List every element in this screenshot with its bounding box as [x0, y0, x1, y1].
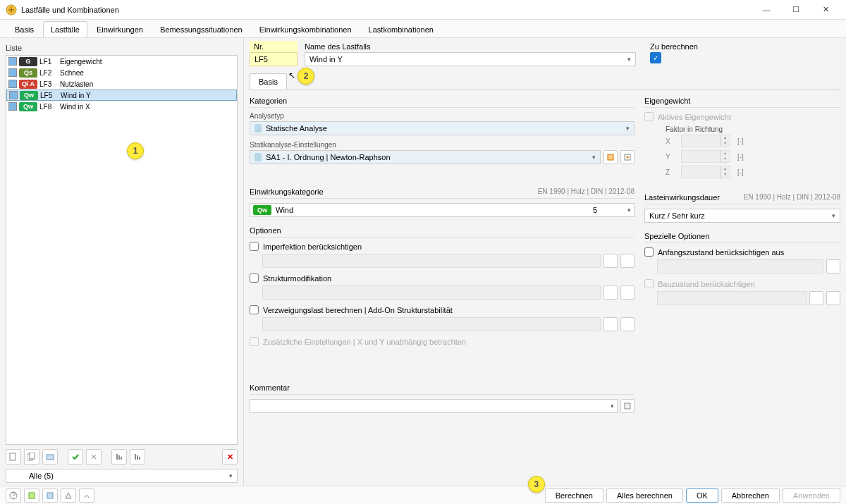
- eigengewicht-section: Eigengewicht Aktives Eigengewicht Faktor…: [644, 94, 840, 178]
- delete-button[interactable]: ✕: [222, 449, 238, 465]
- tab-bemessung[interactable]: Bemessungssituationen: [152, 21, 250, 37]
- verzweigung-btn1[interactable]: [603, 317, 618, 331]
- imperfektion-input: [262, 254, 601, 268]
- tab-lastfaelle[interactable]: Lastfälle: [43, 21, 87, 37]
- verzweigung-label: Verzweigungslast berechnen | Add-On Stru…: [263, 306, 453, 314]
- anwenden-button[interactable]: Anwenden: [783, 488, 840, 503]
- abbrechen-button[interactable]: Abbrechen: [721, 488, 780, 503]
- anfang-input: [657, 259, 823, 273]
- close-button[interactable]: ✕: [811, 0, 840, 20]
- einwirkung-section: Einwirkungskategorie EN 1990 | Holz | DI…: [250, 185, 634, 217]
- chevron-down-icon: ▾: [611, 402, 614, 410]
- minimize-button[interactable]: —: [752, 0, 781, 20]
- tool-cross[interactable]: [86, 449, 102, 465]
- main-tabs: Basis Lastfälle Einwirkungen Bemessungss…: [0, 20, 846, 38]
- marker-3: 3: [528, 476, 545, 493]
- alles-berechnen-button[interactable]: Alles berechnen: [606, 488, 683, 503]
- statik-edit-button[interactable]: [603, 150, 618, 164]
- svg-rect-1: [10, 453, 16, 460]
- kommentar-button[interactable]: [620, 399, 634, 413]
- tool-sort2[interactable]: [130, 449, 145, 465]
- list-item-checkbox[interactable]: [8, 102, 17, 111]
- list-item[interactable]: QwLF8Wind in X: [6, 101, 237, 112]
- filter-select[interactable]: Alle (5) ▾: [6, 469, 238, 483]
- list-item-checkbox[interactable]: [8, 80, 17, 88]
- footer-icon-2[interactable]: [24, 488, 39, 503]
- svg-rect-5: [608, 154, 613, 160]
- verzweigung-checkbox[interactable]: [250, 305, 259, 314]
- imperfektion-checkbox[interactable]: [250, 242, 259, 251]
- einwirkung-select[interactable]: Qw Wind 5 ▾: [250, 203, 634, 217]
- imperfektion-btn2[interactable]: [620, 254, 634, 268]
- qw-badge: Qw: [253, 205, 271, 215]
- nr-input[interactable]: LF5: [250, 52, 298, 66]
- analysetyp-select[interactable]: Statische Analyse ▾: [250, 121, 634, 135]
- tool-sort1[interactable]: [111, 449, 127, 465]
- list-item[interactable]: Qi ALF3Nutzlasten: [6, 78, 237, 90]
- name-select[interactable]: Wind in Y ▾: [305, 52, 636, 66]
- calc-checkbox[interactable]: ✓: [650, 52, 661, 63]
- list-item-id: LF3: [39, 80, 58, 88]
- maximize-button[interactable]: ☐: [781, 0, 811, 20]
- cursor-icon: ↖: [288, 70, 295, 80]
- filter-value: Alle (5): [11, 472, 54, 480]
- imperfektion-label: Imperfektion berücksichtigen: [263, 242, 362, 251]
- faktor-label: Faktor in Richtung: [644, 125, 840, 133]
- ok-button[interactable]: OK: [686, 488, 718, 503]
- footer-icon-3[interactable]: [42, 488, 58, 503]
- statik-select[interactable]: SA1 - I. Ordnung | Newton-Raphson ▾: [250, 150, 601, 164]
- new-button[interactable]: [6, 449, 21, 465]
- list-item-name: Wind in X: [60, 103, 90, 111]
- footer-help-button[interactable]: ?: [6, 488, 21, 503]
- anfang-label: Anfangszustand berücksichtigen aus: [658, 248, 784, 257]
- eigengewicht-title: Eigengewicht: [644, 97, 690, 105]
- list-item-name: Schnee: [60, 69, 84, 77]
- statik-new-button[interactable]: [620, 150, 634, 164]
- berechnen-button[interactable]: Berechnen: [545, 488, 603, 503]
- svg-rect-3: [30, 453, 35, 459]
- eigengewicht-label: Aktives Eigengewicht: [658, 113, 731, 121]
- list-item-checkbox[interactable]: [8, 57, 17, 66]
- faktor-z-input: ▴▾: [681, 166, 730, 178]
- loadcase-list[interactable]: GLF1EigengewichtQsLF2SchneeQi ALF3Nutzla…: [6, 55, 238, 445]
- footer-icon-4[interactable]: [61, 488, 76, 503]
- lasteinwirkung-select[interactable]: Kurz / Sehr kurz ▾: [644, 209, 840, 223]
- struktur-checkbox[interactable]: [250, 273, 259, 283]
- app-icon: [6, 4, 17, 16]
- anfang-btn[interactable]: [826, 259, 840, 273]
- list-item-checkbox[interactable]: [8, 68, 17, 77]
- verzweigung-btn2[interactable]: [620, 317, 634, 331]
- spezielle-title: Spezielle Optionen: [644, 232, 709, 240]
- list-item[interactable]: GLF1Eigengewicht: [6, 56, 237, 67]
- bau-label: Bauzustand berücksichtigen: [658, 280, 755, 288]
- struktur-btn1[interactable]: [603, 285, 618, 300]
- left-panel: Liste GLF1EigengewichtQsLF2SchneeQi ALF3…: [0, 38, 244, 486]
- tab-basis[interactable]: Basis: [7, 21, 42, 37]
- copy-button[interactable]: [24, 449, 39, 465]
- svg-rect-11: [47, 493, 53, 498]
- optionen-section: Optionen Imperfektion berücksichtigen St…: [250, 224, 634, 346]
- list-item[interactable]: QwLF5Wind in Y: [6, 90, 237, 101]
- category-badge: Qw: [19, 102, 37, 111]
- list-item[interactable]: QsLF2Schnee: [6, 67, 237, 78]
- footer-icon-5[interactable]: [79, 488, 94, 503]
- bau-btn1[interactable]: [809, 291, 823, 305]
- anfang-checkbox[interactable]: [644, 247, 654, 257]
- chevron-down-icon: ▾: [229, 472, 233, 479]
- tab-einwirkungen[interactable]: Einwirkungen: [89, 21, 151, 37]
- sub-tab-basis[interactable]: Basis: [250, 73, 287, 90]
- list-item-checkbox[interactable]: [9, 91, 18, 99]
- category-badge: Qi A: [19, 80, 37, 89]
- bau-btn2[interactable]: [826, 291, 840, 305]
- tab-einwirkungskombi[interactable]: Einwirkungskombinationen: [252, 21, 360, 37]
- tool-3[interactable]: [42, 449, 58, 465]
- tool-check[interactable]: [68, 449, 83, 465]
- list-item-id: LF2: [39, 69, 58, 77]
- kommentar-input[interactable]: ▾: [250, 399, 618, 413]
- svg-rect-10: [29, 493, 35, 498]
- tab-lastkombi[interactable]: Lastkombinationen: [361, 21, 441, 37]
- struktur-btn2[interactable]: [620, 285, 634, 300]
- imperfektion-btn1[interactable]: [603, 254, 618, 268]
- analysetyp-label: Analysetyp: [250, 112, 634, 120]
- right-panel: Nr. LF5 Name des Lastfalls Wind in Y ▾ Z…: [244, 38, 846, 486]
